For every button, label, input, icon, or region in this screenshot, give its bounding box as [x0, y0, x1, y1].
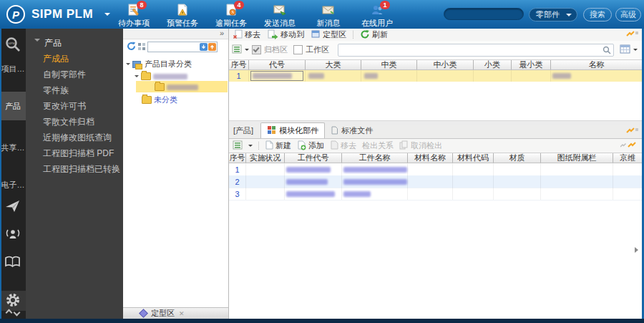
broadcast-user-icon[interactable]	[0, 226, 26, 244]
col-material-name[interactable]: 材料名称	[408, 153, 453, 163]
menu-item-recent-drawing-query[interactable]: 近期修改图纸查询	[43, 132, 112, 145]
tab-modular-parts[interactable]: 模块化部件	[260, 122, 325, 138]
chevron-down-icon	[566, 14, 572, 19]
search-category-value: 零部件	[536, 10, 560, 19]
col-name[interactable]: 名称	[551, 60, 642, 69]
product-row-selected[interactable]: 1	[229, 70, 642, 82]
scroll-right-arrow[interactable]	[635, 247, 641, 253]
collapse-chevrons[interactable]: »	[220, 29, 224, 37]
overdue-tasks-button[interactable]: 逾期任务 4	[212, 1, 250, 29]
tree-node-redacted-selected[interactable]	[155, 82, 198, 92]
cancel-checkout-button-disabled[interactable]: 取消检出	[399, 140, 442, 151]
strip-scroll-arrows[interactable]	[0, 307, 26, 317]
products-filter-row: 归档区 工作区	[229, 41, 642, 59]
view-list-icon[interactable]	[233, 140, 243, 151]
global-search-input[interactable]	[444, 8, 524, 20]
col-smallest-class[interactable]: 最小类	[512, 60, 551, 69]
products-search-input[interactable]	[338, 44, 614, 57]
send-message-label: 发送消息	[264, 18, 296, 29]
panel-float-icon[interactable]	[626, 30, 639, 39]
col-code[interactable]: 代号	[249, 60, 306, 69]
col-part-code[interactable]: 工件代号	[285, 153, 342, 163]
app-menu-caret-icon[interactable]	[104, 13, 110, 19]
fixed-zone-bar[interactable]: 定型区 ✕	[123, 307, 228, 319]
workspace-checkbox[interactable]	[293, 45, 303, 54]
tree-node-unclassified[interactable]: 未分类	[142, 95, 177, 105]
menu-group-label: 产品	[44, 38, 62, 48]
tree-node-redacted-parent[interactable]	[135, 71, 187, 82]
online-users-button[interactable]: 在线用户 1	[358, 1, 396, 29]
col-clipped[interactable]: 京维	[613, 153, 642, 163]
new-button[interactable]: 新建	[265, 140, 291, 151]
menu-item-scan-converted[interactable]: 工程图扫描档已转换	[43, 163, 120, 176]
menu-item-scattered-files[interactable]: 零散文件归档	[43, 116, 94, 129]
menu-item-change-permit[interactable]: 更改许可书	[43, 100, 86, 113]
alert-tasks-button[interactable]: 预警任务	[163, 1, 202, 29]
col-seq[interactable]: 序号	[229, 153, 246, 163]
book-icon[interactable]	[0, 255, 26, 271]
inline-code-editor[interactable]	[250, 71, 303, 81]
todo-items-button[interactable]: 待办事项 8	[114, 1, 153, 29]
panel-float-icon[interactable]	[626, 127, 639, 135]
search-button[interactable]: 搜索	[583, 8, 612, 21]
advanced-search-button[interactable]: 高级	[615, 8, 641, 21]
fixed-zone-button[interactable]: 定型区	[311, 29, 346, 40]
menu-group-header[interactable]: 产品	[34, 37, 62, 49]
move-to-button[interactable]: 移动到	[267, 29, 304, 41]
tab-standard-files-label: 标准文件	[341, 125, 373, 136]
chevron-down-icon[interactable]	[248, 145, 253, 149]
chevron-down-icon[interactable]	[245, 49, 249, 53]
folder-open-icon	[155, 83, 165, 91]
col-part-name[interactable]: 工件名称	[342, 153, 408, 163]
folder-icon	[141, 72, 151, 80]
bom-row[interactable]: 2	[229, 175, 642, 188]
tree-node-root[interactable]: 产品目录分类	[126, 59, 192, 69]
sipm-search-icon[interactable]: SIPM	[0, 36, 26, 55]
col-material[interactable]: 材质	[494, 153, 541, 163]
col-major-class[interactable]: 大类	[306, 60, 361, 69]
nav-tab-electronic[interactable]: 电子…	[0, 173, 26, 196]
bom-row[interactable]: 1	[229, 163, 642, 176]
chevron-down-icon[interactable]	[633, 49, 638, 53]
nav-tab-project[interactable]: 项目…	[0, 57, 26, 80]
nav-tab-product[interactable]: 产品	[0, 92, 26, 120]
tree-search-down-icon[interactable]	[200, 43, 208, 53]
new-message-button[interactable]: 新消息	[309, 1, 348, 29]
col-seq[interactable]: 序号	[229, 60, 249, 69]
tree-refresh-icon[interactable]	[127, 42, 136, 53]
tree-locate-icon[interactable]	[137, 42, 146, 53]
panel-pin-icon[interactable]	[620, 141, 639, 150]
col-material-code[interactable]: 材料代码	[453, 153, 494, 163]
col-drawing-attr[interactable]: 图纸附属栏	[541, 153, 613, 163]
menu-item-selfmade-parts[interactable]: 自制零部件	[43, 69, 86, 82]
bom-row[interactable]: 3	[229, 188, 642, 201]
remove-button[interactable]: 移去	[233, 29, 260, 41]
row-seq: 3	[229, 190, 245, 198]
archive-zone-checkbox[interactable]	[252, 45, 261, 54]
refresh-button[interactable]: 刷新	[360, 29, 388, 41]
col-mid-class[interactable]: 中类	[361, 60, 417, 69]
table-view-icon[interactable]	[620, 44, 630, 56]
nav-tab-share[interactable]: 共享…	[0, 136, 26, 159]
send-message-button[interactable]: 发送消息	[260, 1, 299, 29]
redacted-text	[343, 179, 407, 185]
add-button[interactable]: 添加	[297, 140, 324, 152]
paper-plane-icon[interactable]	[0, 199, 26, 216]
tab-standard-files[interactable]: 标准文件	[325, 123, 379, 138]
menu-item-finished-product[interactable]: 产成品	[43, 53, 69, 66]
menu-item-part-family[interactable]: 零件族	[43, 85, 69, 97]
checkout-relation-button-disabled[interactable]: 检出关系	[362, 140, 394, 151]
tab-product[interactable]: [产品]	[229, 123, 258, 138]
app-window: P SIPM PLM 待办事项 8 预警任务 逾期任务 4 发送消息	[0, 0, 644, 323]
remove-button-disabled[interactable]: 移去	[330, 140, 356, 151]
redacted-text	[343, 167, 407, 173]
menu-item-scan-pdf[interactable]: 工程图扫描档 PDF	[43, 148, 114, 160]
view-list-icon[interactable]	[232, 44, 242, 56]
col-mid-small-class[interactable]: 中小类	[417, 60, 474, 69]
tree-search-up-icon[interactable]	[208, 43, 216, 53]
col-small-class[interactable]: 小类	[474, 60, 512, 69]
col-impl-status[interactable]: 实施状况	[246, 153, 285, 163]
redacted-text	[286, 179, 328, 185]
close-icon[interactable]: ✕	[179, 310, 185, 317]
search-category-select[interactable]: 零部件	[529, 8, 577, 21]
